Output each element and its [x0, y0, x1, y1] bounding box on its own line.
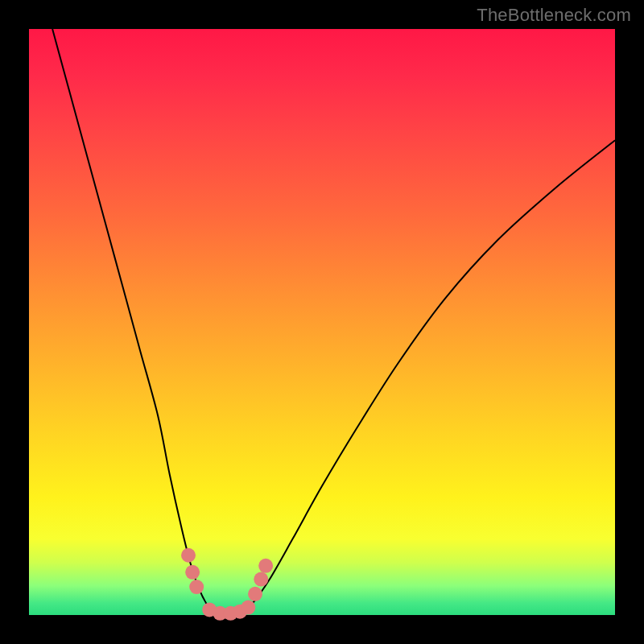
- data-marker: [241, 601, 255, 615]
- watermark-text: TheBottleneck.com: [477, 5, 631, 26]
- chart-svg: [29, 29, 615, 615]
- data-marker: [254, 572, 268, 587]
- data-marker: [248, 587, 262, 601]
- curve-layer: [52, 29, 615, 615]
- series-right-branch: [240, 140, 615, 615]
- data-marker: [258, 559, 273, 573]
- marker-layer: [181, 548, 273, 621]
- plot-area: [29, 29, 615, 615]
- data-marker: [189, 580, 204, 594]
- data-marker: [185, 565, 200, 580]
- data-marker: [181, 548, 196, 563]
- series-left-branch: [52, 29, 217, 615]
- chart-frame: TheBottleneck.com: [0, 0, 644, 644]
